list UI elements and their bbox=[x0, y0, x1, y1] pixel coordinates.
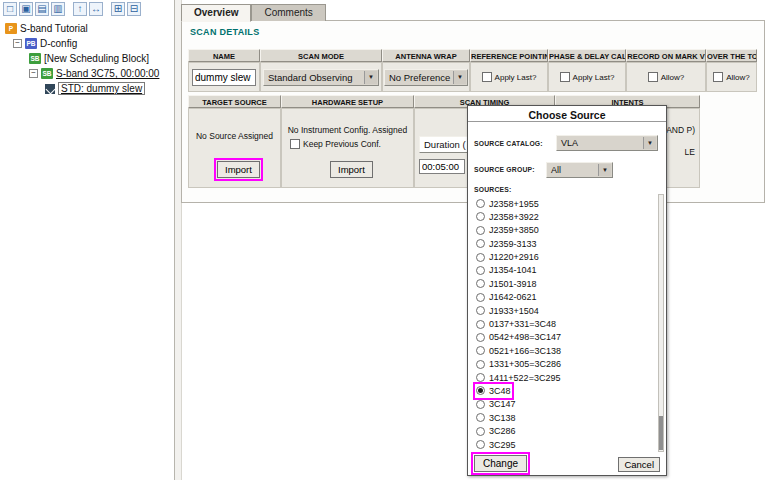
scan-mode-value: Standard Observing bbox=[268, 72, 353, 83]
scan-name-input[interactable] bbox=[192, 69, 256, 86]
intents-text-fragment: AND P) bbox=[666, 125, 695, 135]
scan-details-table: NAME SCAN MODE Standard Observing ▼ ANTE… bbox=[188, 49, 757, 92]
scan-details-title: SCAN DETAILS bbox=[190, 27, 259, 37]
keep-previous-conf-checkbox[interactable] bbox=[290, 139, 300, 149]
column-header-reference-pointing: REFERENCE POINTING bbox=[470, 49, 548, 62]
tree-toolbar: □ ▣ ▤ ▥ ↑ ↔ ⊞ ⊟ bbox=[3, 2, 141, 16]
main-tab-bar: Overview Comments bbox=[181, 4, 326, 21]
source-group-value: All bbox=[551, 165, 561, 175]
scan-duration-input[interactable] bbox=[419, 159, 465, 174]
reference-pointing-label: Apply Last? bbox=[495, 73, 537, 82]
column-header-name: NAME bbox=[188, 49, 260, 62]
antenna-wrap-value: No Preference bbox=[389, 72, 450, 83]
reference-pointing-checkbox[interactable] bbox=[482, 72, 492, 82]
project-icon: P bbox=[5, 23, 17, 34]
scan-icon bbox=[45, 84, 55, 94]
column-header-phase-delay-cal: PHASE & DELAY CAL bbox=[548, 49, 626, 62]
column-header-antenna-wrap: ANTENNA WRAP bbox=[382, 49, 470, 62]
scrollbar-thumb[interactable] bbox=[659, 416, 663, 450]
report-icon[interactable]: ▥ bbox=[51, 2, 65, 16]
source-catalog-value: VLA bbox=[561, 138, 578, 148]
tree-node-label: S-band Tutorial bbox=[20, 23, 88, 34]
scheduling-block-icon: SB bbox=[29, 53, 41, 64]
source-catalog-select[interactable]: VLA ▼ bbox=[556, 135, 658, 151]
change-button[interactable]: Change bbox=[474, 455, 527, 472]
record-on-mark-v-label: Allow? bbox=[661, 73, 685, 82]
radio-icon bbox=[476, 440, 485, 449]
column-header-over-the-top: OVER THE TOP bbox=[706, 49, 757, 62]
source-list-scrollbar[interactable] bbox=[658, 194, 664, 452]
radio-icon bbox=[476, 279, 485, 288]
tab-overview[interactable]: Overview bbox=[181, 4, 251, 22]
collapse-icon[interactable]: − bbox=[13, 39, 22, 48]
opt-app-window: □ ▣ ▤ ▥ ↑ ↔ ⊞ ⊟ P S-band Tutorial − PB D… bbox=[0, 0, 768, 480]
intents-text-fragment: LE bbox=[685, 147, 695, 157]
source-catalog-label: SOURCE CATALOG: bbox=[474, 140, 543, 147]
choose-source-dialog: Choose Source SOURCE CATALOG: VLA ▼ SOUR… bbox=[467, 105, 667, 476]
tree-node-label: S-band 3C75, 00:00:00 bbox=[56, 68, 159, 79]
dropdown-arrow-icon: ▼ bbox=[453, 71, 466, 84]
sources-label: SOURCES: bbox=[474, 186, 511, 193]
program-block-icon: PB bbox=[25, 38, 37, 49]
hardware-setup-status: No Instrument Config. Assigned bbox=[282, 125, 413, 135]
column-header-hardware-setup: HARDWARE SETUP bbox=[281, 95, 414, 108]
tree-node-label: [New Scheduling Block] bbox=[44, 53, 149, 64]
source-list: J2358+1955 J2358+3922 J2359+3850 J2359-3… bbox=[476, 194, 652, 448]
expand-all-icon[interactable]: ⊞ bbox=[111, 2, 125, 16]
over-the-top-label: Allow? bbox=[726, 73, 750, 82]
tree-node-new-scheduling-block[interactable]: SB [New Scheduling Block] bbox=[0, 51, 174, 66]
radio-icon bbox=[476, 413, 485, 422]
target-source-status: No Source Assigned bbox=[189, 131, 280, 141]
phase-delay-cal-checkbox[interactable] bbox=[560, 72, 570, 82]
radio-icon bbox=[476, 346, 485, 355]
new-item-icon[interactable]: □ bbox=[3, 2, 17, 16]
record-on-mark-v-checkbox[interactable] bbox=[648, 72, 658, 82]
tree-node-scan-selected[interactable]: STD: dummy slew bbox=[0, 81, 174, 96]
collapse-icon[interactable]: − bbox=[29, 69, 38, 78]
project-tree: P S-band Tutorial − PB D-config SB [New … bbox=[0, 21, 174, 96]
tree-node-scheduling-block[interactable]: − SB S-band 3C75, 00:00:00 bbox=[0, 66, 174, 81]
over-the-top-checkbox[interactable] bbox=[713, 72, 723, 82]
tree-node-program-block[interactable]: − PB D-config bbox=[0, 36, 174, 51]
cancel-button[interactable]: Cancel bbox=[618, 457, 660, 472]
source-option[interactable]: 3C295 bbox=[476, 439, 516, 450]
move-up-icon[interactable]: ↑ bbox=[73, 2, 87, 16]
scan-timing-mode-value: Duration ( bbox=[424, 139, 466, 150]
dialog-title: Choose Source bbox=[468, 106, 666, 122]
tree-node-project[interactable]: P S-band Tutorial bbox=[0, 21, 174, 36]
column-header-target-source: TARGET SOURCE bbox=[188, 95, 281, 108]
tree-node-label: STD: dummy slew bbox=[58, 82, 145, 95]
radio-icon bbox=[476, 239, 485, 248]
dropdown-arrow-icon: ▼ bbox=[364, 71, 377, 84]
reorder-icon[interactable]: ↔ bbox=[89, 2, 103, 16]
duplicate-item-icon[interactable]: ▣ bbox=[19, 2, 33, 16]
column-header-scan-mode: SCAN MODE bbox=[260, 49, 382, 62]
copy-item-icon[interactable]: ▤ bbox=[35, 2, 49, 16]
project-tree-panel: □ ▣ ▤ ▥ ↑ ↔ ⊞ ⊟ P S-band Tutorial − PB D… bbox=[0, 0, 174, 480]
collapse-all-icon[interactable]: ⊟ bbox=[127, 2, 141, 16]
column-header-record-on-mark-v: RECORD ON MARK V bbox=[626, 49, 706, 62]
dropdown-arrow-icon: ▼ bbox=[598, 164, 611, 176]
scan-mode-select[interactable]: Standard Observing ▼ bbox=[263, 69, 379, 86]
keep-previous-conf-label: Keep Previous Conf. bbox=[303, 139, 381, 149]
import-hardware-button[interactable]: Import bbox=[330, 161, 373, 178]
antenna-wrap-select[interactable]: No Preference ▼ bbox=[384, 69, 468, 86]
phase-delay-cal-label: Apply Last? bbox=[573, 73, 615, 82]
tab-comments[interactable]: Comments bbox=[251, 4, 325, 21]
source-group-select[interactable]: All ▼ bbox=[546, 162, 613, 178]
source-group-label: SOURCE GROUP: bbox=[474, 166, 535, 173]
dropdown-arrow-icon: ▼ bbox=[643, 137, 656, 149]
radio-icon bbox=[476, 306, 485, 315]
scheduling-block-icon: SB bbox=[41, 68, 53, 79]
tree-node-label: D-config bbox=[40, 38, 77, 49]
import-source-button[interactable]: Import bbox=[217, 161, 260, 178]
